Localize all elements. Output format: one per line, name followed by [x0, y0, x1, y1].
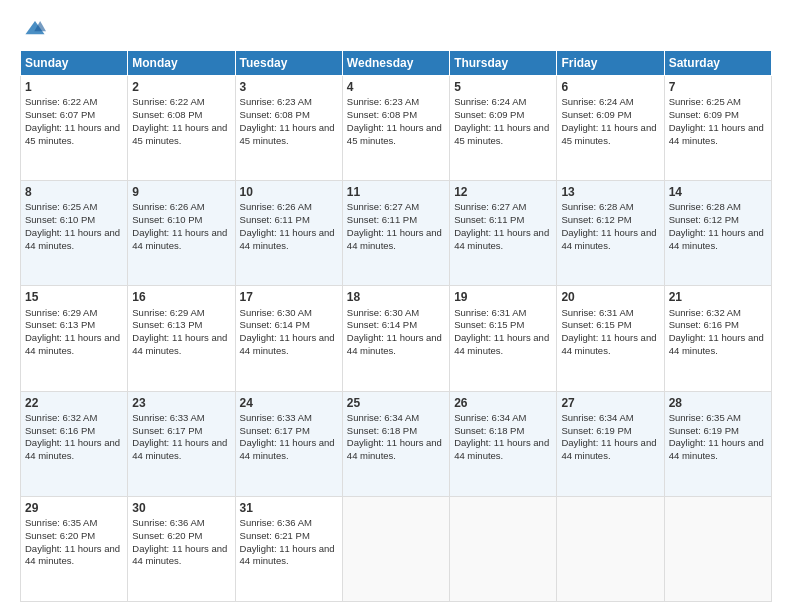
daylight-text: Daylight: 11 hours and 44 minutes. [669, 437, 764, 461]
sunset-text: Sunset: 6:20 PM [25, 530, 95, 541]
weekday-header: Monday [128, 51, 235, 76]
day-number: 4 [347, 79, 445, 95]
sunrise-text: Sunrise: 6:22 AM [132, 96, 204, 107]
sunrise-text: Sunrise: 6:36 AM [132, 517, 204, 528]
calendar-week-row: 8Sunrise: 6:25 AMSunset: 6:10 PMDaylight… [21, 181, 772, 286]
daylight-text: Daylight: 11 hours and 45 minutes. [454, 122, 549, 146]
day-number: 18 [347, 289, 445, 305]
calendar-cell: 17Sunrise: 6:30 AMSunset: 6:14 PMDayligh… [235, 286, 342, 391]
sunset-text: Sunset: 6:17 PM [240, 425, 310, 436]
weekday-header: Friday [557, 51, 664, 76]
sunset-text: Sunset: 6:11 PM [240, 214, 310, 225]
sunset-text: Sunset: 6:08 PM [240, 109, 310, 120]
sunrise-text: Sunrise: 6:29 AM [25, 307, 97, 318]
daylight-text: Daylight: 11 hours and 44 minutes. [347, 437, 442, 461]
day-number: 16 [132, 289, 230, 305]
sunrise-text: Sunrise: 6:23 AM [347, 96, 419, 107]
calendar-cell [342, 496, 449, 601]
daylight-text: Daylight: 11 hours and 44 minutes. [561, 332, 656, 356]
sunset-text: Sunset: 6:14 PM [240, 319, 310, 330]
day-number: 31 [240, 500, 338, 516]
sunrise-text: Sunrise: 6:33 AM [240, 412, 312, 423]
day-number: 13 [561, 184, 659, 200]
day-number: 12 [454, 184, 552, 200]
sunrise-text: Sunrise: 6:35 AM [25, 517, 97, 528]
day-number: 7 [669, 79, 767, 95]
calendar-cell: 24Sunrise: 6:33 AMSunset: 6:17 PMDayligh… [235, 391, 342, 496]
sunset-text: Sunset: 6:18 PM [347, 425, 417, 436]
daylight-text: Daylight: 11 hours and 45 minutes. [561, 122, 656, 146]
calendar-cell: 31Sunrise: 6:36 AMSunset: 6:21 PMDayligh… [235, 496, 342, 601]
daylight-text: Daylight: 11 hours and 45 minutes. [240, 122, 335, 146]
sunrise-text: Sunrise: 6:26 AM [132, 201, 204, 212]
calendar-cell: 29Sunrise: 6:35 AMSunset: 6:20 PMDayligh… [21, 496, 128, 601]
calendar-cell: 21Sunrise: 6:32 AMSunset: 6:16 PMDayligh… [664, 286, 771, 391]
sunrise-text: Sunrise: 6:24 AM [561, 96, 633, 107]
calendar-cell: 19Sunrise: 6:31 AMSunset: 6:15 PMDayligh… [450, 286, 557, 391]
daylight-text: Daylight: 11 hours and 44 minutes. [347, 227, 442, 251]
day-number: 9 [132, 184, 230, 200]
weekday-header: Saturday [664, 51, 771, 76]
logo [20, 18, 46, 40]
calendar-cell: 16Sunrise: 6:29 AMSunset: 6:13 PMDayligh… [128, 286, 235, 391]
calendar-table: SundayMondayTuesdayWednesdayThursdayFrid… [20, 50, 772, 602]
day-number: 29 [25, 500, 123, 516]
sunrise-text: Sunrise: 6:34 AM [347, 412, 419, 423]
calendar-cell: 12Sunrise: 6:27 AMSunset: 6:11 PMDayligh… [450, 181, 557, 286]
logo-icon [24, 18, 46, 40]
calendar-cell: 6Sunrise: 6:24 AMSunset: 6:09 PMDaylight… [557, 76, 664, 181]
weekday-header-row: SundayMondayTuesdayWednesdayThursdayFrid… [21, 51, 772, 76]
calendar-cell [664, 496, 771, 601]
calendar-cell: 3Sunrise: 6:23 AMSunset: 6:08 PMDaylight… [235, 76, 342, 181]
sunrise-text: Sunrise: 6:33 AM [132, 412, 204, 423]
sunset-text: Sunset: 6:10 PM [25, 214, 95, 225]
sunset-text: Sunset: 6:12 PM [669, 214, 739, 225]
day-number: 19 [454, 289, 552, 305]
sunset-text: Sunset: 6:07 PM [25, 109, 95, 120]
daylight-text: Daylight: 11 hours and 44 minutes. [25, 332, 120, 356]
sunrise-text: Sunrise: 6:28 AM [669, 201, 741, 212]
sunset-text: Sunset: 6:11 PM [454, 214, 524, 225]
calendar-cell: 4Sunrise: 6:23 AMSunset: 6:08 PMDaylight… [342, 76, 449, 181]
calendar-cell: 22Sunrise: 6:32 AMSunset: 6:16 PMDayligh… [21, 391, 128, 496]
sunrise-text: Sunrise: 6:31 AM [561, 307, 633, 318]
sunrise-text: Sunrise: 6:23 AM [240, 96, 312, 107]
day-number: 2 [132, 79, 230, 95]
sunset-text: Sunset: 6:09 PM [669, 109, 739, 120]
day-number: 10 [240, 184, 338, 200]
calendar-week-row: 29Sunrise: 6:35 AMSunset: 6:20 PMDayligh… [21, 496, 772, 601]
calendar-cell: 11Sunrise: 6:27 AMSunset: 6:11 PMDayligh… [342, 181, 449, 286]
calendar-cell: 26Sunrise: 6:34 AMSunset: 6:18 PMDayligh… [450, 391, 557, 496]
daylight-text: Daylight: 11 hours and 44 minutes. [669, 227, 764, 251]
day-number: 11 [347, 184, 445, 200]
calendar-cell: 27Sunrise: 6:34 AMSunset: 6:19 PMDayligh… [557, 391, 664, 496]
page: SundayMondayTuesdayWednesdayThursdayFrid… [0, 0, 792, 612]
sunrise-text: Sunrise: 6:34 AM [561, 412, 633, 423]
weekday-header: Sunday [21, 51, 128, 76]
weekday-header: Wednesday [342, 51, 449, 76]
calendar-week-row: 1Sunrise: 6:22 AMSunset: 6:07 PMDaylight… [21, 76, 772, 181]
sunrise-text: Sunrise: 6:22 AM [25, 96, 97, 107]
daylight-text: Daylight: 11 hours and 44 minutes. [454, 227, 549, 251]
day-number: 3 [240, 79, 338, 95]
sunset-text: Sunset: 6:15 PM [561, 319, 631, 330]
day-number: 1 [25, 79, 123, 95]
sunrise-text: Sunrise: 6:29 AM [132, 307, 204, 318]
daylight-text: Daylight: 11 hours and 44 minutes. [347, 332, 442, 356]
calendar-cell: 30Sunrise: 6:36 AMSunset: 6:20 PMDayligh… [128, 496, 235, 601]
calendar-cell: 18Sunrise: 6:30 AMSunset: 6:14 PMDayligh… [342, 286, 449, 391]
sunset-text: Sunset: 6:13 PM [132, 319, 202, 330]
calendar-cell: 25Sunrise: 6:34 AMSunset: 6:18 PMDayligh… [342, 391, 449, 496]
sunset-text: Sunset: 6:08 PM [347, 109, 417, 120]
daylight-text: Daylight: 11 hours and 44 minutes. [454, 332, 549, 356]
day-number: 28 [669, 395, 767, 411]
daylight-text: Daylight: 11 hours and 44 minutes. [240, 332, 335, 356]
sunset-text: Sunset: 6:08 PM [132, 109, 202, 120]
calendar-cell: 28Sunrise: 6:35 AMSunset: 6:19 PMDayligh… [664, 391, 771, 496]
calendar-cell: 2Sunrise: 6:22 AMSunset: 6:08 PMDaylight… [128, 76, 235, 181]
day-number: 24 [240, 395, 338, 411]
weekday-header: Thursday [450, 51, 557, 76]
calendar-cell: 9Sunrise: 6:26 AMSunset: 6:10 PMDaylight… [128, 181, 235, 286]
calendar-cell: 14Sunrise: 6:28 AMSunset: 6:12 PMDayligh… [664, 181, 771, 286]
daylight-text: Daylight: 11 hours and 44 minutes. [454, 437, 549, 461]
